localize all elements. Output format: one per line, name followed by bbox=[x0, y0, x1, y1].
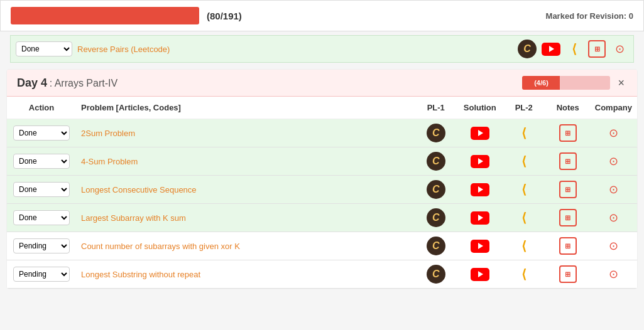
company-cell: ⊙ bbox=[590, 232, 637, 260]
problem-cell: Longest Substring without repeat bbox=[76, 260, 414, 289]
action-select[interactable]: DonePendingRevision bbox=[13, 267, 70, 282]
table-row: DonePendingRevision4-Sum Problem⟨⊞⊙ bbox=[7, 147, 637, 176]
problem-cell: Largest Subarray with K sum bbox=[76, 204, 414, 232]
company-cell: ⊙ bbox=[590, 147, 637, 176]
solution-cell bbox=[458, 176, 502, 204]
company-cell: ⊙ bbox=[590, 260, 637, 289]
action-select[interactable]: DonePendingRevision bbox=[13, 210, 70, 225]
codechef-icon[interactable] bbox=[427, 237, 445, 255]
pl2-cell: ⟨ bbox=[502, 176, 546, 204]
problem-cell: Longest Consecutive Sequence bbox=[76, 176, 414, 204]
marked-text: Marked for Revision: 0 bbox=[546, 11, 633, 21]
leetcode-icon[interactable]: ⟨ bbox=[515, 265, 533, 283]
company-button[interactable]: ⊙ bbox=[604, 152, 622, 170]
company-cell: ⊙ bbox=[590, 204, 637, 232]
action-select[interactable]: DonePendingRevision bbox=[13, 238, 70, 253]
leetcode-icon[interactable]: ⟨ bbox=[515, 237, 533, 255]
prev-action-select[interactable]: Done Pending Revision bbox=[16, 41, 72, 56]
prev-problem-link[interactable]: Reverse Pairs (Leetcode) bbox=[77, 45, 170, 54]
notes-cell: ⊞ bbox=[546, 119, 590, 147]
col-action: Action bbox=[7, 97, 76, 119]
company-cell: ⊙ bbox=[590, 119, 637, 147]
company-icon[interactable]: ⊙ bbox=[611, 40, 628, 58]
leetcode-icon[interactable]: ⟨ bbox=[515, 209, 533, 226]
notes-button[interactable]: ⊞ bbox=[559, 209, 577, 226]
codechef-icon[interactable] bbox=[427, 124, 445, 142]
pl1-cell bbox=[414, 147, 458, 176]
company-button[interactable]: ⊙ bbox=[604, 265, 622, 283]
solution-cell bbox=[458, 260, 502, 289]
top-banner: (80/191) Marked for Revision: 0 bbox=[0, 0, 644, 31]
problem-link[interactable]: 2Sum Problem bbox=[81, 129, 135, 138]
progress-bar-fill bbox=[11, 7, 199, 24]
action-cell: DonePendingRevision bbox=[7, 204, 76, 232]
problem-cell: 4-Sum Problem bbox=[76, 147, 414, 176]
leetcode-icon[interactable]: ⟨ bbox=[515, 181, 533, 198]
day-progress-empty bbox=[560, 76, 610, 90]
day-section: Day 4 : Arrays Part-IV (4/6) × Action Pr… bbox=[6, 69, 638, 289]
table-row: DonePendingRevision2Sum Problem⟨⊞⊙ bbox=[7, 119, 637, 147]
notes-icon[interactable]: ⊞ bbox=[588, 40, 606, 58]
action-cell: DonePendingRevision bbox=[7, 232, 76, 260]
action-cell: DonePendingRevision bbox=[7, 176, 76, 204]
codechef-icon[interactable] bbox=[427, 265, 445, 284]
codechef-icon[interactable] bbox=[427, 180, 445, 199]
action-cell: DonePendingRevision bbox=[7, 260, 76, 289]
col-pl2: PL-2 bbox=[502, 97, 546, 119]
youtube-icon[interactable] bbox=[471, 240, 489, 253]
company-button[interactable]: ⊙ bbox=[604, 237, 622, 255]
action-select[interactable]: DonePendingRevision bbox=[13, 182, 70, 197]
pl1-cell bbox=[414, 119, 458, 147]
youtube-icon[interactable] bbox=[471, 183, 489, 196]
pl1-cell bbox=[414, 176, 458, 204]
problem-link[interactable]: Largest Subarray with K sum bbox=[81, 213, 186, 223]
problem-cell: 2Sum Problem bbox=[76, 119, 414, 147]
leetcode-icon[interactable]: ⟨ bbox=[515, 124, 533, 142]
leetcode-icon[interactable]: ⟨ bbox=[565, 40, 583, 58]
codechef-icon[interactable] bbox=[427, 152, 445, 171]
notes-button[interactable]: ⊞ bbox=[559, 265, 577, 283]
notes-cell: ⊞ bbox=[546, 232, 590, 260]
action-select[interactable]: DonePendingRevision bbox=[13, 125, 70, 141]
codechef-icon[interactable] bbox=[518, 40, 537, 58]
day-title-area: Day 4 : Arrays Part-IV bbox=[17, 77, 117, 90]
action-cell: DonePendingRevision bbox=[7, 119, 76, 147]
company-button[interactable]: ⊙ bbox=[604, 209, 622, 226]
solution-cell bbox=[458, 119, 502, 147]
youtube-icon[interactable] bbox=[471, 211, 489, 225]
table-header-row: Action Problem [Articles, Codes] PL-1 So… bbox=[7, 97, 637, 119]
youtube-icon[interactable] bbox=[471, 268, 489, 281]
company-button[interactable]: ⊙ bbox=[604, 181, 622, 198]
notes-button[interactable]: ⊞ bbox=[559, 124, 577, 142]
table-row: DonePendingRevisionLongest Consecutive S… bbox=[7, 176, 637, 204]
solution-cell bbox=[458, 147, 502, 176]
day-progress-area: (4/6) × bbox=[522, 76, 627, 90]
progress-label: (80/191) bbox=[207, 11, 242, 21]
pl1-cell bbox=[414, 260, 458, 289]
action-select[interactable]: DonePendingRevision bbox=[13, 154, 70, 169]
notes-cell: ⊞ bbox=[546, 204, 590, 232]
company-button[interactable]: ⊙ bbox=[604, 124, 622, 142]
problem-link[interactable]: Longest Substring without repeat bbox=[81, 270, 200, 279]
marked-revision: Marked for Revision: 0 bbox=[546, 11, 633, 21]
problem-link[interactable]: Longest Consecutive Sequence bbox=[81, 185, 197, 194]
col-problem: Problem [Articles, Codes] bbox=[76, 97, 414, 119]
day-progress-bar: (4/6) bbox=[522, 76, 610, 90]
table-row: DonePendingRevisionLongest Substring wit… bbox=[7, 260, 637, 289]
youtube-icon[interactable] bbox=[471, 127, 489, 140]
notes-cell: ⊞ bbox=[546, 176, 590, 204]
notes-button[interactable]: ⊞ bbox=[559, 237, 577, 255]
pl2-cell: ⟨ bbox=[502, 232, 546, 260]
pl1-cell bbox=[414, 232, 458, 260]
problem-link[interactable]: 4-Sum Problem bbox=[81, 157, 138, 166]
youtube-icon[interactable] bbox=[471, 155, 489, 168]
notes-button[interactable]: ⊞ bbox=[559, 152, 577, 170]
close-button[interactable]: × bbox=[615, 77, 627, 90]
codechef-icon[interactable] bbox=[427, 208, 445, 227]
progress-bar-container: (80/191) bbox=[11, 7, 546, 24]
col-pl1: PL-1 bbox=[414, 97, 458, 119]
youtube-icon[interactable] bbox=[542, 43, 560, 56]
problem-link[interactable]: Count number of subarrays with given xor… bbox=[81, 242, 240, 251]
leetcode-icon[interactable]: ⟨ bbox=[515, 152, 533, 170]
notes-button[interactable]: ⊞ bbox=[559, 181, 577, 198]
